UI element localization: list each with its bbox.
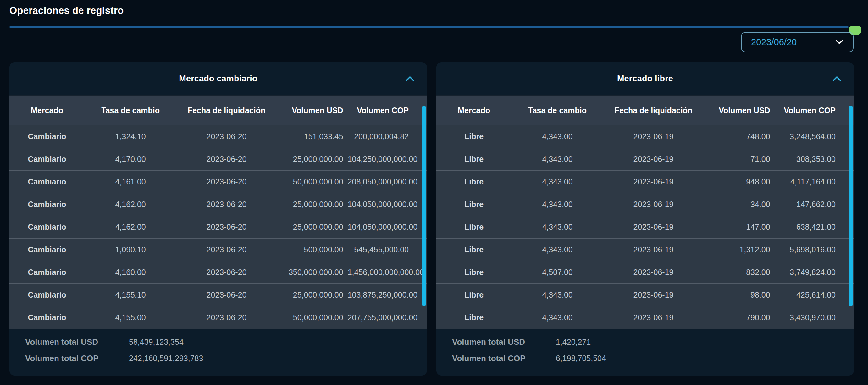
column-header-fecha: Fecha de liquidación [176, 96, 277, 125]
table-wrap: Mercado Tasa de cambio Fecha de liquidac… [436, 96, 854, 329]
table-cell: 748.00 [704, 125, 775, 148]
table-cell: Cambiario [9, 284, 85, 307]
vertical-scrollbar[interactable] [422, 106, 426, 307]
table-cell: 4,343.00 [512, 284, 603, 307]
table-cell: 2023-06-20 [176, 193, 277, 216]
table-cell: 545,455,000.00 [348, 238, 427, 261]
table-cell: Cambiario [9, 148, 85, 171]
panel-mercado-libre: Mercado libre Mercado Tasa de cambio Fec… [436, 62, 854, 376]
table-cell: 4,507.00 [512, 261, 603, 284]
table-row[interactable]: Libre4,343.002023-06-1971.00308,353.00 [436, 148, 854, 171]
table-cell: 104,050,000,000.00 [348, 193, 427, 216]
table-cell: 50,000,000.00 [277, 171, 348, 193]
table-row[interactable]: Libre4,343.002023-06-19790.003,430,970.0… [436, 307, 854, 329]
date-selector[interactable]: 2023/06/20 [741, 32, 854, 52]
table-body: Cambiario1,324.102023-06-20151,033.45200… [9, 125, 427, 329]
table-cell: 25,000,000.00 [277, 193, 348, 216]
header-underline [9, 26, 848, 28]
table-cell: 98.00 [704, 284, 775, 307]
table-row[interactable]: Libre4,343.002023-06-19748.003,248,564.0… [436, 125, 854, 148]
column-header-volumen-cop: Volumen COP [348, 96, 427, 125]
table-cell: Cambiario [9, 238, 85, 261]
table-cell: 2023-06-20 [176, 216, 277, 238]
chevron-up-icon[interactable] [833, 76, 841, 82]
table-row[interactable]: Cambiario4,162.002023-06-2025,000,000.00… [9, 193, 427, 216]
table-cell: 350,000,000.00 [277, 261, 348, 284]
table-cell: 104,250,000,000.00 [348, 148, 427, 171]
table-row[interactable]: Cambiario4,162.002023-06-2025,000,000.00… [9, 216, 427, 238]
table-row[interactable]: Libre4,343.002023-06-1998.00425,614.00 [436, 284, 854, 307]
table-cell: Libre [436, 216, 512, 238]
table-cell: Libre [436, 148, 512, 171]
table-cell: 25,000,000.00 [277, 216, 348, 238]
table-row[interactable]: Libre4,343.002023-06-191,312.005,698,016… [436, 238, 854, 261]
table-cell: 4,161.00 [85, 171, 176, 193]
table-header: Mercado Tasa de cambio Fecha de liquidac… [9, 96, 427, 125]
chevron-down-icon [835, 40, 843, 44]
total-usd-row: Volumen total USD 58,439,123,354 [25, 335, 427, 349]
column-header-fecha: Fecha de liquidación [603, 96, 704, 125]
table-cell: 104,050,000,000.00 [348, 216, 427, 238]
panel-header[interactable]: Mercado cambiario [9, 62, 427, 96]
table-row[interactable]: Cambiario1,090.102023-06-20500,000.00545… [9, 238, 427, 261]
table-cell: 638,421.00 [775, 216, 854, 238]
table-cell: 2023-06-20 [176, 307, 277, 329]
total-cop-label: Volumen total COP [452, 354, 556, 363]
vertical-scrollbar[interactable] [849, 106, 853, 307]
table-row[interactable]: Cambiario4,155.002023-06-2050,000,000.00… [9, 307, 427, 329]
table-row[interactable]: Cambiario4,160.002023-06-20350,000,000.0… [9, 261, 427, 284]
table-cell: Libre [436, 261, 512, 284]
column-header-mercado: Mercado [9, 96, 85, 125]
total-cop-value: 242,160,591,293,783 [129, 354, 203, 363]
table-cell: 1,324.10 [85, 125, 176, 148]
table-row[interactable]: Libre4,507.002023-06-19832.003,749,824.0… [436, 261, 854, 284]
table-cell: 500,000.00 [277, 238, 348, 261]
table-cell: 2023-06-19 [603, 284, 704, 307]
table-cell: 4,343.00 [512, 307, 603, 329]
table-cell: 790.00 [704, 307, 775, 329]
table-cell: 3,248,564.00 [775, 125, 854, 148]
table-row[interactable]: Libre4,343.002023-06-19147.00638,421.00 [436, 216, 854, 238]
table-cell: 147,662.00 [775, 193, 854, 216]
table-cell: 4,162.00 [85, 193, 176, 216]
table-cell: Libre [436, 238, 512, 261]
table-cell: 2023-06-20 [176, 125, 277, 148]
table-cell: 151,033.45 [277, 125, 348, 148]
table-cell: Libre [436, 171, 512, 193]
table-header: Mercado Tasa de cambio Fecha de liquidac… [436, 96, 854, 125]
date-value: 2023/06/20 [751, 37, 797, 47]
table-row[interactable]: Libre4,343.002023-06-19948.004,117,164.0… [436, 171, 854, 193]
table-cell: 3,749,824.00 [775, 261, 854, 284]
table-row[interactable]: Cambiario4,161.002023-06-2050,000,000.00… [9, 171, 427, 193]
table-cell: 948.00 [704, 171, 775, 193]
table-cell: 34.00 [704, 193, 775, 216]
total-usd-value: 1,420,271 [556, 338, 591, 347]
table-cell: Libre [436, 307, 512, 329]
table-cell: Cambiario [9, 193, 85, 216]
panel-header[interactable]: Mercado libre [436, 62, 854, 96]
panel-title: Mercado cambiario [179, 74, 257, 84]
table-cell: 207,755,000,000.00 [348, 307, 427, 329]
chevron-up-icon[interactable] [406, 76, 414, 82]
table-cell: 2023-06-19 [603, 125, 704, 148]
table-cell: 2023-06-19 [603, 216, 704, 238]
table-row[interactable]: Libre4,343.002023-06-1934.00147,662.00 [436, 193, 854, 216]
table-cell: Libre [436, 125, 512, 148]
table-cell: 1,456,000,000,000.00 [348, 261, 427, 284]
table-row[interactable]: Cambiario4,170.002023-06-2025,000,000.00… [9, 148, 427, 171]
table-cell: 4,170.00 [85, 148, 176, 171]
table-row[interactable]: Cambiario1,324.102023-06-20151,033.45200… [9, 125, 427, 148]
table-cell: 4,343.00 [512, 171, 603, 193]
table-cell: 4,343.00 [512, 125, 603, 148]
page-title: Operaciones de registro [9, 5, 124, 17]
operations-table: Mercado Tasa de cambio Fecha de liquidac… [436, 96, 854, 329]
table-body: Libre4,343.002023-06-19748.003,248,564.0… [436, 125, 854, 329]
operations-table: Mercado Tasa de cambio Fecha de liquidac… [9, 96, 427, 329]
table-row[interactable]: Cambiario4,155.102023-06-2025,000,000.00… [9, 284, 427, 307]
table-cell: 4,343.00 [512, 216, 603, 238]
table-cell: 4,343.00 [512, 148, 603, 171]
table-wrap: Mercado Tasa de cambio Fecha de liquidac… [9, 96, 427, 329]
column-header-volumen-cop: Volumen COP [775, 96, 854, 125]
table-cell: 832.00 [704, 261, 775, 284]
total-usd-row: Volumen total USD 1,420,271 [452, 335, 854, 349]
